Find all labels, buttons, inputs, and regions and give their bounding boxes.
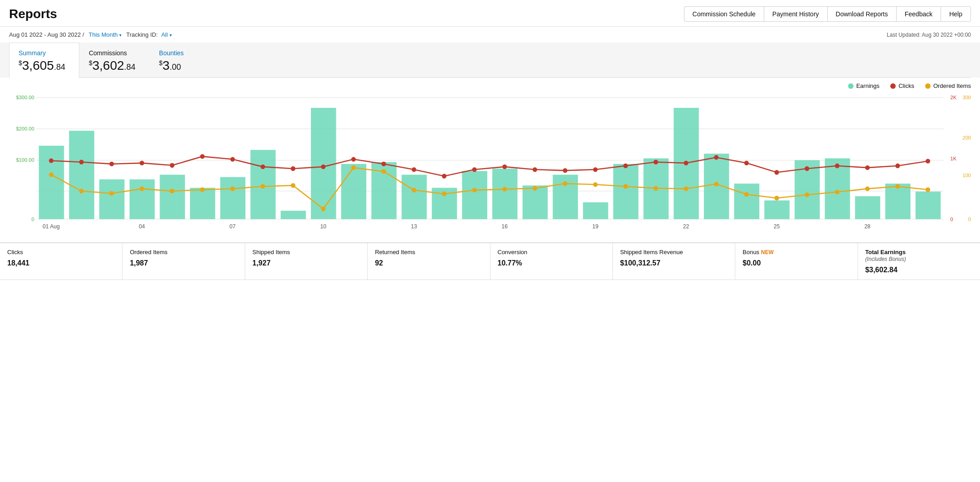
svg-point-92	[533, 186, 537, 190]
svg-point-99	[744, 192, 749, 197]
new-badge: NEW	[761, 249, 774, 255]
svg-rect-44	[885, 183, 911, 219]
tab-summary-label: Summary	[19, 49, 65, 57]
tab-bounties-label: Bounties	[159, 49, 184, 57]
date-range-text: Aug 01 2022 - Aug 30 2022 /	[9, 31, 84, 38]
stat-shipped-revenue-value: $100,312.57	[620, 259, 728, 267]
svg-rect-16	[39, 146, 64, 219]
svg-text:28: 28	[864, 223, 871, 230]
tab-bounties[interactable]: Bounties $3.00	[150, 43, 198, 77]
stat-bonus: Bonus NEW $0.00	[735, 243, 858, 280]
svg-point-82	[230, 186, 235, 191]
svg-text:04: 04	[139, 223, 145, 230]
stat-returned-items-value: 92	[375, 259, 482, 267]
svg-point-69	[744, 161, 749, 165]
legend-clicks: Clicks	[890, 82, 914, 89]
svg-point-103	[865, 186, 870, 191]
svg-rect-28	[402, 175, 427, 219]
svg-rect-26	[341, 164, 367, 219]
svg-point-67	[684, 161, 688, 165]
tab-summary-value: $3,605.84	[19, 58, 65, 73]
svg-point-71	[805, 166, 809, 171]
svg-rect-18	[99, 179, 125, 219]
clicks-label: Clicks	[898, 82, 914, 89]
stat-ordered-items-value: 1,987	[130, 259, 237, 267]
nav-feedback[interactable]: Feedback	[896, 6, 941, 22]
svg-point-105	[926, 188, 930, 192]
svg-text:22: 22	[683, 223, 689, 230]
svg-point-52	[230, 157, 235, 161]
svg-rect-31	[492, 169, 518, 219]
chart-svg: $300.00 $200.00 $100.00 0 2K 1K 0 300 20…	[9, 93, 971, 238]
stat-conversion: Conversion 10.77%	[490, 243, 613, 280]
svg-point-97	[684, 186, 688, 191]
tracking-id-label: Tracking ID: All ▾	[126, 31, 171, 38]
earnings-label: Earnings	[856, 82, 879, 89]
svg-rect-20	[160, 175, 185, 219]
svg-point-61	[502, 164, 507, 169]
chart-container: $300.00 $200.00 $100.00 0 2K 1K 0 300 20…	[9, 93, 971, 238]
svg-point-60	[472, 167, 477, 172]
date-filter-area: Aug 01 2022 - Aug 30 2022 / This Month ▾…	[9, 31, 172, 38]
tracking-id-value[interactable]: All ▾	[161, 31, 172, 38]
svg-point-53	[261, 164, 265, 169]
nav-download-reports[interactable]: Download Reports	[827, 6, 896, 22]
ordered-items-dot	[925, 83, 931, 89]
svg-point-62	[533, 167, 537, 172]
svg-point-85	[321, 207, 325, 211]
svg-point-75	[926, 159, 930, 164]
page-title: Reports	[9, 7, 57, 21]
svg-point-74	[895, 164, 900, 168]
stat-shipped-revenue-label: Shipped Items Revenue	[620, 249, 728, 255]
svg-point-93	[563, 181, 568, 186]
stat-shipped-revenue: Shipped Items Revenue $100,312.57	[613, 243, 735, 280]
tab-commissions-label: Commissions	[89, 49, 136, 57]
tab-commissions-value: $3,602.84	[89, 58, 136, 73]
svg-point-95	[623, 184, 628, 188]
stat-clicks-label: Clicks	[7, 249, 115, 255]
svg-text:01 Aug: 01 Aug	[43, 223, 60, 230]
svg-text:300: 300	[962, 95, 971, 100]
svg-point-104	[895, 184, 900, 188]
svg-rect-34	[583, 202, 608, 219]
svg-text:$200.00: $200.00	[16, 125, 34, 131]
svg-point-101	[805, 193, 809, 197]
svg-text:200: 200	[962, 135, 971, 140]
chart-area: Earnings Clicks Ordered Items $300.00 $2…	[0, 78, 980, 238]
svg-text:$100.00: $100.00	[16, 157, 34, 163]
tracking-chevron: ▾	[170, 33, 172, 38]
svg-point-72	[835, 164, 839, 168]
svg-rect-35	[613, 164, 639, 219]
svg-point-77	[79, 189, 84, 193]
nav-help[interactable]: Help	[941, 6, 971, 22]
tab-commissions[interactable]: Commissions $3,602.84	[79, 43, 150, 77]
clicks-dot	[890, 83, 896, 89]
tab-summary[interactable]: Summary $3,605.84	[9, 43, 79, 78]
nav-commission-schedule[interactable]: Commission Schedule	[684, 6, 764, 22]
svg-point-49	[140, 161, 144, 165]
svg-point-87	[382, 169, 386, 174]
stat-bonus-label: Bonus NEW	[742, 249, 850, 255]
stat-shipped-items-value: 1,927	[252, 259, 360, 267]
svg-point-78	[109, 191, 114, 196]
svg-point-70	[775, 170, 779, 174]
stats-table: Clicks 18,441 Ordered Items 1,987 Shippe…	[0, 242, 980, 280]
earnings-dot	[848, 83, 854, 89]
svg-rect-22	[220, 177, 246, 219]
nav-payment-history[interactable]: Payment History	[764, 6, 827, 22]
this-month-link[interactable]: This Month ▾	[89, 31, 122, 38]
stat-clicks-value: 18,441	[7, 259, 115, 267]
stat-returned-items: Returned Items 92	[368, 243, 490, 280]
svg-point-59	[442, 174, 446, 178]
stat-returned-items-label: Returned Items	[375, 249, 482, 255]
svg-rect-39	[734, 183, 760, 219]
legend-earnings: Earnings	[848, 82, 879, 89]
svg-rect-17	[69, 131, 94, 219]
svg-text:0: 0	[968, 217, 971, 222]
header: Reports Commission Schedule Payment Hist…	[0, 0, 980, 27]
tab-bounties-value: $3.00	[159, 58, 184, 73]
svg-point-79	[140, 186, 144, 191]
svg-text:0: 0	[31, 217, 34, 222]
svg-rect-24	[281, 211, 306, 219]
svg-point-64	[593, 167, 597, 172]
